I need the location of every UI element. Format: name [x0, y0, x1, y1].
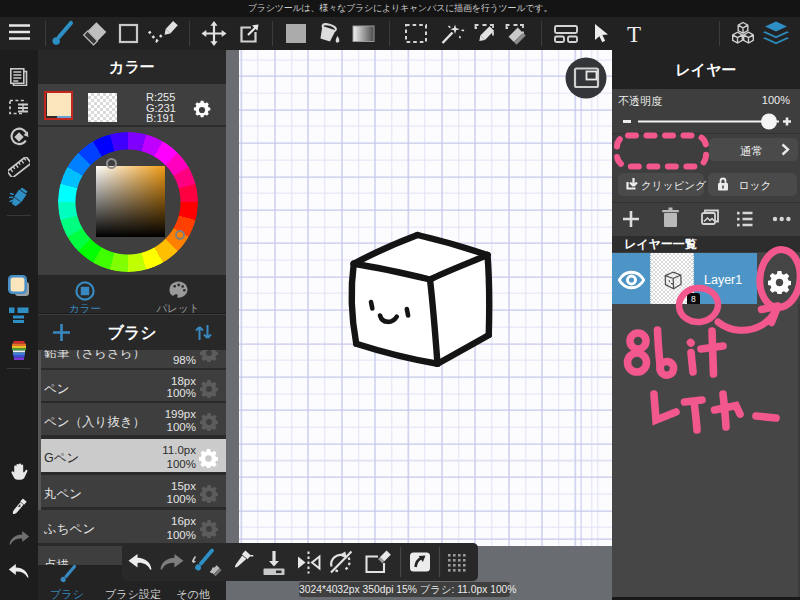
svg-text:T: T [627, 22, 641, 47]
